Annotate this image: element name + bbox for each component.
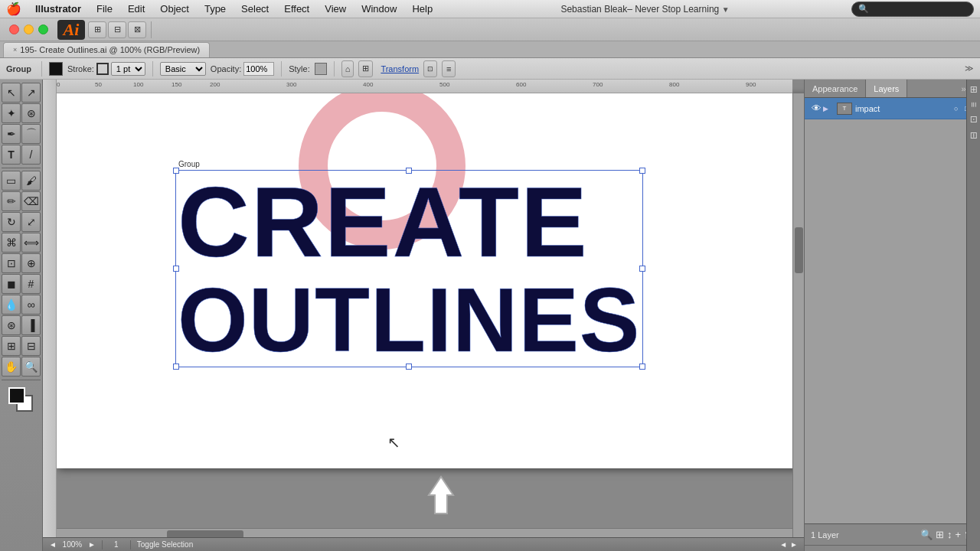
handle-mr[interactable] [639, 266, 645, 272]
layers-add-btn[interactable]: + [955, 529, 961, 540]
handle-tc[interactable] [406, 168, 412, 174]
page-number: 1 [109, 540, 124, 549]
slice-tool[interactable]: ⊟ [21, 336, 41, 356]
opt-divider-1 [41, 61, 42, 77]
search-field[interactable]: 🔍 [851, 2, 974, 17]
view-toggle[interactable]: ⊟ [108, 21, 126, 38]
layers-move-btn[interactable]: ↕ [947, 529, 952, 540]
eyedropper-tool[interactable]: 💧 [2, 295, 21, 315]
help-menu[interactable]: Help [406, 0, 439, 18]
scale-tool[interactable]: ⤢ [21, 212, 41, 232]
lasso-tool[interactable]: ⊛ [21, 103, 41, 123]
handle-bl[interactable] [173, 364, 179, 370]
tab-close-btn[interactable]: × [13, 46, 17, 54]
artboard-btn[interactable]: ⊞ [88, 21, 106, 38]
column-graph[interactable]: ▐ [21, 315, 41, 335]
eraser-tool[interactable]: ⌫ [21, 191, 41, 211]
opacity-input[interactable] [243, 62, 274, 76]
edit-menu[interactable]: Edit [122, 0, 151, 18]
status-nav-left[interactable]: ◄ [779, 540, 787, 549]
mesh-tool[interactable]: # [21, 274, 41, 294]
view-menu[interactable]: View [318, 0, 352, 18]
layer-row-impact[interactable]: 👁 ▶ T impact ○ □ [805, 98, 980, 119]
zoom-controls[interactable]: ◄ 100% ► [49, 540, 96, 549]
zoom-in-btn[interactable]: ► [88, 540, 96, 549]
layers-arrange-btn[interactable]: ⊞ [936, 529, 944, 540]
blend-mode-select[interactable]: Basic [160, 62, 206, 76]
close-button[interactable] [9, 24, 19, 34]
curvature-tool[interactable]: ⌒ [21, 124, 41, 144]
symbol-sprayer[interactable]: ⊛ [2, 315, 21, 335]
icon-layers[interactable]: ≡ [969, 99, 979, 110]
type-menu[interactable]: Type [198, 0, 232, 18]
more-options[interactable]: ≡ [442, 60, 456, 77]
scrollbar-vertical[interactable] [792, 93, 804, 540]
style-swatch[interactable] [315, 63, 327, 75]
zoom-out-btn[interactable]: ◄ [49, 540, 57, 549]
appearance-tab[interactable]: Appearance [805, 80, 866, 97]
icon-align[interactable]: ⊡ [969, 112, 979, 126]
document-tab[interactable]: × 195- Create Outlines.ai @ 100% (RGB/Pr… [3, 42, 210, 57]
object-menu[interactable]: Object [154, 0, 195, 18]
arrange-btn[interactable]: ⊠ [128, 21, 146, 38]
select-menu[interactable]: Select [235, 0, 275, 18]
gradient-tool[interactable]: ◼ [2, 274, 21, 294]
options-overflow[interactable]: ≫ [965, 64, 974, 73]
window-title-dropdown[interactable]: ▼ [722, 5, 730, 14]
icon-appearance[interactable]: ⊞ [969, 83, 979, 96]
warp-btn[interactable]: ⌂ [341, 60, 354, 77]
panel-resize-handle[interactable] [805, 545, 980, 551]
stroke-swatch[interactable] [96, 63, 109, 75]
shape-builder-tool[interactable]: ⊕ [21, 253, 41, 273]
artboard-tool[interactable]: ⊞ [2, 336, 21, 356]
transform-btn[interactable]: Transform [381, 64, 419, 73]
blend-tool[interactable]: ∞ [21, 295, 41, 315]
line-tool[interactable]: / [21, 145, 41, 165]
search-input[interactable] [872, 5, 964, 14]
direct-selection-tool[interactable]: ↗ [21, 83, 41, 103]
layer-name: impact [855, 104, 954, 113]
layers-tab[interactable]: Layers [866, 80, 907, 97]
tool-name: Toggle Selection [137, 540, 193, 549]
effect-menu[interactable]: Effect [278, 0, 315, 18]
align-btn[interactable]: ⊞ [358, 60, 373, 77]
file-menu[interactable]: File [90, 0, 119, 18]
handle-tr[interactable] [639, 168, 645, 174]
ruler-top: 0 50 100 150 200 300 400 500 600 700 800… [57, 80, 792, 93]
stroke-weight[interactable]: 1 pt [111, 62, 145, 76]
handle-bc[interactable] [406, 364, 412, 370]
layer-expand-icon[interactable]: ▶ [823, 105, 834, 112]
width-tool[interactable]: ⟺ [21, 233, 41, 253]
zoom-tool[interactable]: 🔍 [21, 357, 41, 377]
scroll-thumb-v[interactable] [795, 227, 803, 273]
selection-tool[interactable]: ↖ [2, 83, 21, 103]
rotate-tool[interactable]: ↻ [2, 212, 21, 232]
handle-ml[interactable] [173, 266, 179, 272]
free-transform-tool[interactable]: ⊡ [2, 253, 21, 273]
fill-swatch[interactable] [49, 62, 63, 76]
pen-tool[interactable]: ✒ [2, 124, 21, 144]
type-tool[interactable]: T [2, 145, 21, 165]
create-text-group: Group CREATE OUTLINES [175, 170, 643, 367]
handle-br[interactable] [639, 364, 645, 370]
window-menu[interactable]: Window [355, 0, 403, 18]
rectangle-tool[interactable]: ▭ [2, 171, 21, 191]
pencil-tool[interactable]: ✏ [2, 191, 21, 211]
app-name-menu[interactable]: Illustrator [29, 0, 87, 18]
fill-swatch-box[interactable] [8, 387, 25, 404]
transform-options[interactable]: ⊡ [423, 60, 437, 77]
layer-vis-icon[interactable]: 👁 [809, 103, 823, 114]
paintbrush-tool[interactable]: 🖌 [21, 171, 41, 191]
status-nav-right[interactable]: ► [790, 540, 798, 549]
icon-transform[interactable]: ⊟ [969, 129, 979, 142]
minimize-button[interactable] [24, 24, 34, 34]
upload-arrow-icon [418, 475, 464, 524]
layer-target[interactable]: ○ [954, 105, 965, 112]
warp-tool[interactable]: ⌘ [2, 233, 21, 253]
layers-search-btn[interactable]: 🔍 [920, 529, 933, 540]
magic-wand-tool[interactable]: ✦ [2, 103, 21, 123]
hand-tool[interactable]: ✋ [2, 357, 21, 377]
apple-menu[interactable]: 🍎 [6, 2, 21, 16]
handle-tl[interactable] [173, 168, 179, 174]
maximize-button[interactable] [38, 24, 48, 34]
